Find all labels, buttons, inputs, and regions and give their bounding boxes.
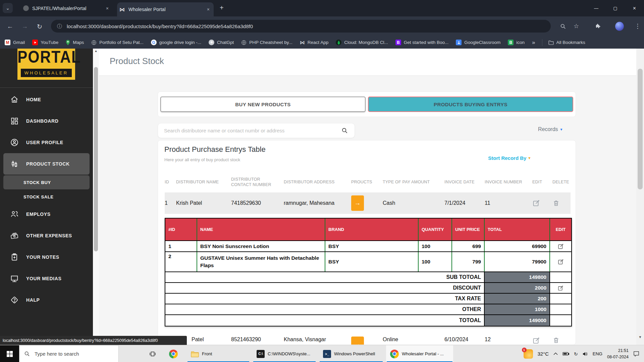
search-icon[interactable]	[341, 127, 348, 134]
sync-icon[interactable]: ↻	[574, 351, 578, 357]
window-close-button[interactable]: ×	[625, 0, 644, 16]
url-bar[interactable]: ⓘ localhost:3000/dasboard/productstock/b…	[51, 20, 551, 33]
content-left-scrollbar[interactable]: ▲	[93, 49, 99, 345]
language-indicator[interactable]: ENG	[593, 351, 602, 356]
sidebar-item-user-profile[interactable]: USER PROFILE	[0, 132, 93, 153]
bowtie-favicon-icon: ⋈	[119, 6, 125, 12]
records-label: Records	[538, 126, 558, 132]
taskbar-app-label: Windows PowerShell	[334, 351, 375, 356]
sidebar-item-halp[interactable]: HALP	[0, 289, 93, 311]
taskbar-clock[interactable]: 21:51 08-07-2024	[607, 348, 629, 360]
cell-invoice-date: 7/1/2024	[444, 200, 485, 206]
products-buying-entrys-button[interactable]: PRODUCTS BUYING ENTRYS	[368, 97, 573, 112]
col-header: BRAND	[325, 219, 419, 240]
back-icon[interactable]: ←	[5, 21, 15, 32]
edit-icon[interactable]	[532, 199, 549, 207]
sidebar-item-your-notes[interactable]: YOUR NOTES	[0, 246, 93, 268]
bookmark-label: Portfolio of Setu Pat...	[99, 40, 143, 45]
buy-new-products-button[interactable]: BUY NEW PRODUCTS	[160, 97, 366, 112]
view-products-button[interactable]: →	[351, 195, 364, 211]
site-info-icon[interactable]: ⓘ	[57, 23, 62, 29]
edit-icon[interactable]	[557, 243, 564, 250]
tray-chevron-up-icon[interactable]	[553, 352, 558, 355]
bookmark-react-app[interactable]: ⋈ React App	[300, 40, 328, 46]
bookmark-chatgpt[interactable]: ✳ ChatGpt	[209, 40, 234, 45]
bookmark-mongodb[interactable]: Cloud: MongoDB Cl...	[336, 40, 388, 45]
bookmark-google-classroom[interactable]: GoogleClassroom	[456, 40, 500, 45]
taskbar-app-wholesaler-portal-active[interactable]: Wholesaler Portal - ...	[386, 345, 453, 362]
sidebar-item-product-stock-active[interactable]: PRODUCT STOCK	[3, 153, 90, 175]
edit-icon[interactable]	[557, 285, 564, 291]
tab-close-icon[interactable]: ×	[104, 5, 111, 12]
view-products-button[interactable]: →	[351, 337, 364, 345]
tab-title: Wholesaler Portal	[128, 7, 166, 12]
speaker-icon[interactable]	[583, 352, 588, 356]
bookmark-icon-site[interactable]: B icon	[508, 40, 525, 45]
bookmarks-overflow-chevrons[interactable]: »	[532, 39, 535, 46]
sidebar-subitem-stock-buy-active[interactable]: STOCK BUY	[3, 175, 90, 189]
forward-icon[interactable]: →	[19, 21, 30, 32]
all-bookmarks[interactable]: All Bookmarks	[548, 40, 585, 45]
product-row: 1 BSY Noni Sunscreen Lotion BSY 100 699 …	[165, 240, 571, 251]
distributor-search-input[interactable]	[158, 128, 339, 133]
task-view-button[interactable]	[145, 345, 160, 362]
weather-icon[interactable]: 1	[524, 349, 533, 359]
summary-row-total: TOTOAL 149000	[165, 314, 571, 326]
temperature-label[interactable]: 32°C	[538, 351, 549, 357]
scroll-down-icon[interactable]: ▼	[636, 335, 644, 339]
trash-icon[interactable]	[552, 337, 567, 344]
main-content: Product Stock BUY NEW PRODUCTS PRODUCTS …	[99, 49, 636, 345]
edit-icon[interactable]	[532, 337, 549, 345]
page-scrollbar[interactable]: ▼	[636, 49, 644, 345]
sidebar-item-other-expenses[interactable]: OTHER EXPENSES	[0, 225, 93, 246]
kebab-menu-icon[interactable]: ⋮	[633, 22, 642, 31]
extensions-puzzle-icon[interactable]	[594, 22, 602, 31]
sidebar-item-home[interactable]: HOME	[0, 89, 93, 110]
records-dropdown[interactable]: Records ▾	[538, 126, 562, 132]
trash-icon[interactable]	[552, 199, 567, 207]
taskbar-search-box[interactable]	[19, 345, 119, 362]
scrollbar-thumb[interactable]	[638, 69, 643, 189]
sort-record-by-dropdown[interactable]: Stort Record By ▾	[488, 155, 530, 161]
scrollbar-thumb[interactable]	[94, 67, 98, 251]
action-center-icon[interactable]	[633, 351, 639, 357]
zoom-icon[interactable]	[558, 22, 567, 31]
cell-quantity: 100	[419, 252, 452, 272]
taskbar-app-front[interactable]: Front	[187, 345, 250, 362]
start-button[interactable]	[0, 345, 19, 362]
tab-close-icon[interactable]: ×	[205, 6, 212, 13]
tab-github[interactable]: SJPATEL/WhalsalerPortal ×	[23, 0, 111, 16]
taskbar-app-cmd[interactable]: C:\ C:\WINDOWS\syste...	[253, 345, 316, 362]
github-icon	[23, 5, 29, 11]
sidebar-item-employs[interactable]: EMPLOYS	[0, 203, 93, 225]
profile-avatar[interactable]	[615, 22, 624, 31]
app-sidebar: PORTAL WHOLESALER HOME DASHBOARD USER PR…	[0, 49, 93, 345]
bookmark-youtube[interactable]: YouTube	[32, 40, 58, 45]
tab-search-button[interactable]: ⌄	[3, 3, 13, 13]
taskbar-app-powershell[interactable]: >_ Windows PowerShell	[319, 345, 383, 362]
window-maximize-button[interactable]: ▢	[606, 0, 625, 16]
product-row: 2 GUSTAVE Unisex Summer Hats with Detach…	[165, 251, 571, 272]
sidebar-item-your-medias[interactable]: YOUR MEDIAS	[0, 268, 93, 289]
bookmark-star-icon[interactable]: ☆	[572, 22, 581, 31]
scroll-up-icon[interactable]: ▲	[93, 49, 99, 53]
taskbar-search-input[interactable]	[34, 351, 109, 357]
sidebar-item-dashboard[interactable]: DASHBOARD	[0, 110, 93, 132]
sort-label: Stort Record By	[488, 155, 526, 161]
new-tab-button[interactable]: +	[220, 4, 224, 12]
battery-icon[interactable]	[562, 352, 569, 356]
bookmark-maps[interactable]: Maps	[66, 40, 84, 45]
window-minimize-button[interactable]: —	[587, 0, 606, 16]
bookmark-gmail[interactable]: M Gmail	[5, 40, 25, 45]
bookmark-google-drive[interactable]: G google drive login -...	[151, 40, 201, 45]
reload-icon[interactable]: ↻	[34, 21, 45, 32]
tab-wholesaler-portal-active[interactable]: ⋈ Wholesaler Portal ×	[117, 2, 214, 16]
sidebar-subitem-stock-sale[interactable]: STOCK SALE	[0, 190, 93, 203]
bookmark-bootstrap[interactable]: B Get started with Boo...	[395, 40, 449, 45]
edit-icon[interactable]	[557, 258, 564, 265]
taskbar-chrome-button[interactable]	[165, 345, 182, 362]
bookmark-php-cheatsheet[interactable]: PHP Cheatsheet by...	[241, 40, 292, 45]
cell-edit	[550, 304, 571, 314]
bookmark-portfolio[interactable]: Portfolio of Setu Pat...	[91, 40, 143, 45]
bowtie-icon: ⋈	[300, 40, 305, 46]
